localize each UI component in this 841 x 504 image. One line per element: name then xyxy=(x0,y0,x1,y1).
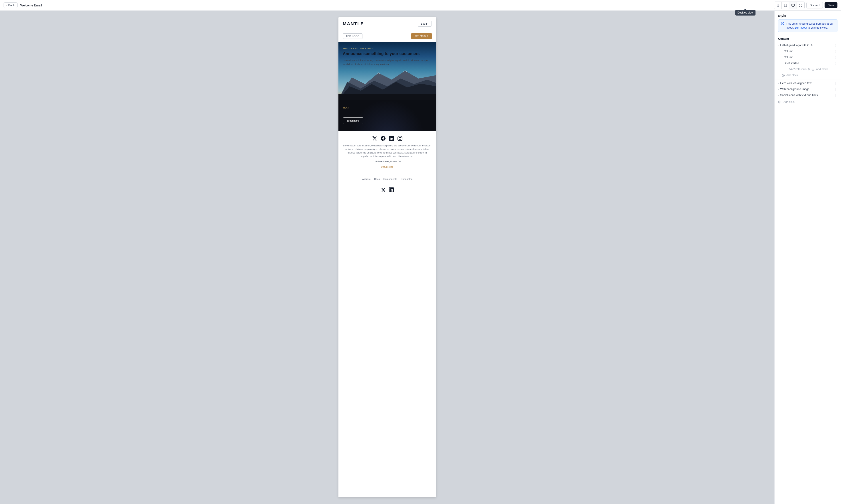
hero-body: Lorem ipsum dolor sit amet, consectetur … xyxy=(343,58,432,66)
plus-circle-icon xyxy=(811,68,814,71)
view-btn-mobile[interactable] xyxy=(774,2,782,9)
view-controls xyxy=(774,2,805,9)
tree-label-get-started: Get started xyxy=(785,62,799,65)
edit-layout-link[interactable]: Edit layout xyxy=(794,26,807,29)
view-btn-expand[interactable] xyxy=(797,2,804,9)
add-block-inner-label: Add block xyxy=(816,68,828,71)
topbar-left: ‹ Back Welcome Email xyxy=(3,2,42,8)
plus-icon-inner: &#CirclePlus;⊕ xyxy=(789,68,810,71)
tree-item-left-aligned[interactable]: › Left-aligned logo with CTA ⋮ xyxy=(775,42,841,48)
tree-item-background[interactable]: › With background image ⋮ xyxy=(775,86,841,92)
sidebar-style-header: Style xyxy=(775,11,841,19)
footer-body-text: Lorem ipsum dolor sit amet, consectetur … xyxy=(343,144,432,158)
canvas-area: MANTLE Log in ADD LOGO Get started xyxy=(0,11,774,504)
info-text: This email is using styles from a shared… xyxy=(786,22,835,30)
tree-label-hero: Hero with left-aligned text xyxy=(780,82,811,85)
bottom-linkedin-icon[interactable] xyxy=(389,187,394,192)
footer-link-website[interactable]: Website xyxy=(362,178,371,180)
tree-item-get-started[interactable]: Get started ⋮ xyxy=(775,60,841,66)
social-icons-row xyxy=(343,136,432,141)
tree-item-column-2[interactable]: › Column ⋮ xyxy=(775,54,841,60)
tree-item-get-started-menu[interactable]: ⋮ xyxy=(834,61,838,65)
tree-label-column-1: Column xyxy=(784,50,793,53)
page-title: Welcome Email xyxy=(20,3,42,7)
footer-links-row: Website Docs Components Changelog xyxy=(339,174,436,184)
view-btn-tablet[interactable] xyxy=(782,2,789,9)
social-section: Lorem ipsum dolor sit amet, consectetur … xyxy=(339,131,436,174)
tree-item-column-1[interactable]: › Column ⋮ xyxy=(775,48,841,54)
plus-circle-icon-main xyxy=(778,101,781,104)
hero-title: Announce something to your customers xyxy=(343,51,432,56)
discard-button[interactable]: Discard xyxy=(806,2,823,8)
desktop-icon xyxy=(791,4,794,7)
get-started-button[interactable]: Get started xyxy=(411,33,431,39)
add-logo-button[interactable]: ADD LOGO xyxy=(343,34,362,39)
content-header: Content xyxy=(775,35,841,42)
info-banner: This email is using styles from a shared… xyxy=(778,19,838,32)
chevron-right-icon-bg: › xyxy=(778,88,779,90)
info-icon xyxy=(781,22,784,26)
topbar: ‹ Back Welcome Email Discard Save Deskto… xyxy=(0,0,841,11)
mobile-icon xyxy=(776,4,779,7)
tree-item-social[interactable]: › Social icons with text and links ⋮ xyxy=(775,92,841,98)
tree-item-social-menu[interactable]: ⋮ xyxy=(834,94,838,97)
topbar-right: Discard Save xyxy=(774,2,838,9)
tree-label-social: Social icons with text and links xyxy=(780,94,818,97)
tree-item-hero-menu[interactable]: ⋮ xyxy=(834,82,838,85)
desktop-tooltip: Desktop view xyxy=(735,10,755,16)
footer-link-components[interactable]: Components xyxy=(383,178,397,180)
add-block-main-label: Add block xyxy=(784,101,795,104)
login-button[interactable]: Log in xyxy=(418,21,432,26)
main-layout: MANTLE Log in ADD LOGO Get started xyxy=(0,11,841,504)
add-block-inner[interactable]: &#CirclePlus;⊕ Add block xyxy=(775,66,841,72)
dark-section: TEXT Button label xyxy=(339,100,436,131)
tree-item-column1-menu[interactable]: ⋮ xyxy=(834,50,838,53)
add-block-outer[interactable]: Add block xyxy=(775,72,841,78)
back-label: Back xyxy=(8,3,15,7)
hero-section: THIS IS A PRE-HEADING Announce something… xyxy=(339,42,436,100)
svg-rect-12 xyxy=(339,94,436,100)
chevron-right-icon: › xyxy=(782,50,783,52)
expand-icon xyxy=(799,4,802,7)
sidebar: Style This email is using styles from a … xyxy=(774,11,841,504)
tree-label-left-aligned: Left-aligned logo with CTA xyxy=(780,44,812,47)
footer-address: 123 Fake Street, Ottawa ON xyxy=(343,160,432,163)
back-chevron-icon: ‹ xyxy=(6,3,7,7)
tree-label-background: With background image xyxy=(780,88,809,91)
view-btn-desktop[interactable] xyxy=(789,2,797,9)
twitter-icon[interactable] xyxy=(372,136,377,141)
divider-1 xyxy=(775,79,841,79)
dark-text-label: TEXT xyxy=(343,106,432,109)
bottom-social-row xyxy=(339,184,436,196)
back-button[interactable]: ‹ Back xyxy=(3,2,18,8)
tree-item-bg-menu[interactable]: ⋮ xyxy=(834,88,838,91)
instagram-icon[interactable] xyxy=(397,136,402,141)
tree-item-column2-menu[interactable]: ⋮ xyxy=(834,55,838,59)
svg-rect-4 xyxy=(792,4,794,6)
email-header: MANTLE Log in xyxy=(339,17,436,30)
plus-circle-icon-2 xyxy=(782,74,785,77)
add-block-outer-label: Add block xyxy=(786,74,798,77)
facebook-icon[interactable] xyxy=(381,136,385,141)
email-cta-row: ADD LOGO Get started xyxy=(339,30,436,42)
save-button[interactable]: Save xyxy=(825,2,838,8)
chevron-down-icon-2: › xyxy=(781,57,783,57)
chevron-right-icon-social: › xyxy=(778,94,779,96)
tree-item-hero[interactable]: › Hero with left-aligned text ⋮ xyxy=(775,80,841,86)
footer-link-docs[interactable]: Docs xyxy=(374,178,380,180)
add-block-main[interactable]: Add block xyxy=(775,99,841,105)
email-preview: MANTLE Log in ADD LOGO Get started xyxy=(339,17,436,497)
unsubscribe-link[interactable]: Unsubscribe xyxy=(381,166,394,168)
tree-item-menu-icon[interactable]: ⋮ xyxy=(834,43,838,47)
chevron-right-icon-hero: › xyxy=(778,82,779,85)
brand-logo: MANTLE xyxy=(343,21,364,26)
hero-text-overlay: THIS IS A PRE-HEADING Announce something… xyxy=(339,42,436,71)
bottom-twitter-icon[interactable] xyxy=(381,187,386,192)
tree-item-left-part: › Left-aligned logo with CTA xyxy=(778,44,812,47)
chevron-down-icon: › xyxy=(777,45,780,46)
footer-link-changelog[interactable]: Changelog xyxy=(401,178,412,180)
tablet-icon xyxy=(784,4,787,7)
pre-heading: THIS IS A PRE-HEADING xyxy=(343,47,432,50)
linkedin-icon[interactable] xyxy=(389,136,394,141)
dark-button[interactable]: Button label xyxy=(343,118,363,124)
